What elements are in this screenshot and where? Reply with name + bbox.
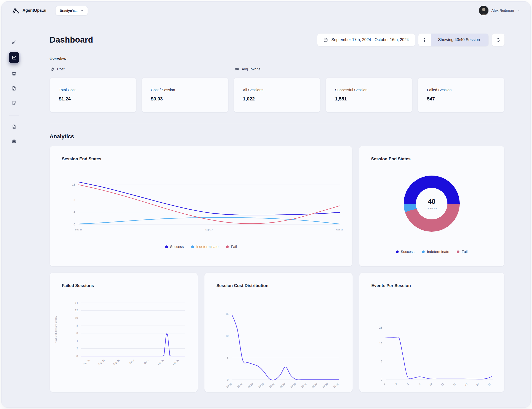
overview-toggles: Cost Avg Tokens <box>50 67 504 73</box>
legend-item-success[interactable]: Success <box>396 250 415 254</box>
stat-card-failed-session: Failed Session 547 <box>418 77 504 112</box>
chart-legend: SuccessIndeterminateFail <box>50 245 352 249</box>
svg-text:14: 14 <box>75 301 78 304</box>
page-title: Dashboard <box>50 35 93 45</box>
sidebar-item-inbox[interactable] <box>9 69 19 79</box>
svg-text:$0.90: $0.90 <box>322 382 329 388</box>
svg-text:0: 0 <box>383 382 386 385</box>
legend-dot <box>396 250 399 253</box>
svg-text:Oct 11: Oct 11 <box>336 228 343 231</box>
svg-text:$0.20: $0.20 <box>247 382 254 388</box>
legend-label: Success <box>401 250 415 254</box>
legend-item-fail[interactable]: Fail <box>226 245 237 249</box>
svg-text:10: 10 <box>225 334 228 337</box>
legend-dot <box>422 250 425 253</box>
svg-text:5: 5 <box>227 356 228 359</box>
svg-text:6: 6 <box>76 332 78 335</box>
stat-cards-row: Total Cost $1.24 Cost / Session $0.03 Al… <box>50 77 504 112</box>
chart-card-events-per-session: Events Per Session 231680036912151821242… <box>359 272 504 392</box>
chart-card-session-end-states-donut: Session End States 40 Sessions SuccessIn… <box>359 146 504 266</box>
refresh-icon <box>496 38 501 42</box>
date-range-label: September 17th, 2024 - October 16th, 202… <box>331 38 409 42</box>
stat-card-successful-session: Successful Session 1,551 <box>326 77 412 112</box>
svg-text:13: 13 <box>72 183 75 186</box>
date-range-picker[interactable]: September 17th, 2024 - October 16th, 202… <box>317 34 415 46</box>
stat-label: All Sessions <box>243 88 311 92</box>
svg-text:$1.00: $1.00 <box>333 382 339 388</box>
section-divider <box>50 123 504 123</box>
svg-text:23: 23 <box>379 326 382 329</box>
svg-text:15: 15 <box>441 382 444 386</box>
svg-text:Oct 2: Oct 2 <box>129 359 135 365</box>
line-chart-session-cost-distribution: 151050$0.00$0.10$0.20$0.30$0.40$0.50$0.6… <box>204 273 353 392</box>
sidebar-item-bot[interactable] <box>9 137 19 146</box>
chart-card-session-end-states-line: Session End States 13840Sep 16Sep 17Oct … <box>50 146 352 266</box>
stat-label: Successful Session <box>335 88 403 92</box>
svg-text:0: 0 <box>74 223 75 226</box>
stat-value: $0.03 <box>151 96 219 102</box>
session-filter-group: Showing 40/40 Session <box>418 34 488 46</box>
chevron-down-icon <box>81 9 84 12</box>
legend-dot <box>191 245 194 248</box>
svg-text:9: 9 <box>418 382 421 385</box>
stat-value: 1,022 <box>243 96 311 102</box>
coin-icon <box>50 67 55 71</box>
donut-center: 40 Sessions <box>416 188 447 219</box>
svg-text:16: 16 <box>379 342 382 345</box>
analytics-row-bottom: Failed Sessions 14121086420Sep 20Sep 24S… <box>50 272 504 392</box>
stat-card-total-cost: Total Cost $1.24 <box>50 77 136 112</box>
svg-text:2: 2 <box>76 347 78 350</box>
toggle-avg-tokens[interactable]: Avg Tokens <box>235 67 260 71</box>
stat-label: Failed Session <box>427 88 495 92</box>
user-menu[interactable]: Alex Reibman <box>479 6 520 15</box>
filter-button[interactable] <box>418 34 431 46</box>
svg-text:$0.00: $0.00 <box>226 382 232 388</box>
svg-text:Sep 28: Sep 28 <box>112 359 120 366</box>
sidebar-item-file-code[interactable] <box>9 84 19 93</box>
svg-text:18: 18 <box>452 382 456 386</box>
legend-item-indeterminate[interactable]: Indeterminate <box>191 245 218 249</box>
legend-label: Indeterminate <box>196 245 218 249</box>
sidebar-divider <box>9 115 19 115</box>
legend-item-indeterminate[interactable]: Indeterminate <box>422 250 449 254</box>
session-count-pill[interactable]: Showing 40/40 Session <box>431 34 488 46</box>
svg-text:$0.80: $0.80 <box>311 382 318 388</box>
svg-text:4: 4 <box>74 211 75 214</box>
svg-text:6: 6 <box>407 382 409 385</box>
svg-text:3: 3 <box>395 382 398 385</box>
stat-value: 547 <box>427 96 495 102</box>
calendar-icon <box>323 38 328 42</box>
app-window: AgentOps.ai Braelyn's... Alex Reibman <box>2 2 530 407</box>
svg-text:$0.70: $0.70 <box>301 382 307 388</box>
svg-text:27: 27 <box>487 382 491 386</box>
sidebar-item-key[interactable] <box>9 38 19 47</box>
svg-text:Oct 16: Oct 16 <box>172 359 179 365</box>
refresh-button[interactable] <box>492 34 504 46</box>
analytics-row-top: Session End States 13840Sep 16Sep 17Oct … <box>50 146 504 266</box>
stat-label: Total Cost <box>59 88 127 92</box>
svg-text:$0.60: $0.60 <box>290 382 297 388</box>
svg-text:Oct 6: Oct 6 <box>143 359 150 365</box>
legend-item-fail[interactable]: Fail <box>457 250 467 254</box>
sidebar-item-docs[interactable] <box>9 122 19 131</box>
project-selector-label: Braelyn's... <box>60 9 78 13</box>
legend-label: Fail <box>462 250 467 254</box>
agentops-logo-icon <box>12 7 20 14</box>
sidebar-item-traces[interactable] <box>9 98 19 108</box>
legend-item-success[interactable]: Success <box>165 245 184 249</box>
toggle-cost[interactable]: Cost <box>50 67 65 71</box>
chevron-down-icon <box>517 9 520 12</box>
svg-text:Number of Sessions per Day: Number of Sessions per Day <box>55 316 57 343</box>
svg-text:12: 12 <box>429 382 433 386</box>
svg-text:0: 0 <box>227 378 228 381</box>
sidebar-item-analytics[interactable] <box>9 52 19 63</box>
svg-text:Sep 16: Sep 16 <box>75 228 82 231</box>
svg-text:Sep 24: Sep 24 <box>98 359 105 366</box>
line-chart-failed-sessions: 14121086420Sep 20Sep 24Sep 28Oct 2Oct 6O… <box>50 273 198 392</box>
session-count-label: Showing 40/40 Session <box>438 38 480 42</box>
legend-dot <box>226 245 229 248</box>
brand: AgentOps.ai <box>12 7 46 14</box>
toggle-cost-label: Cost <box>57 67 65 71</box>
brand-name: AgentOps.ai <box>23 8 46 13</box>
project-selector[interactable]: Braelyn's... <box>55 6 88 15</box>
